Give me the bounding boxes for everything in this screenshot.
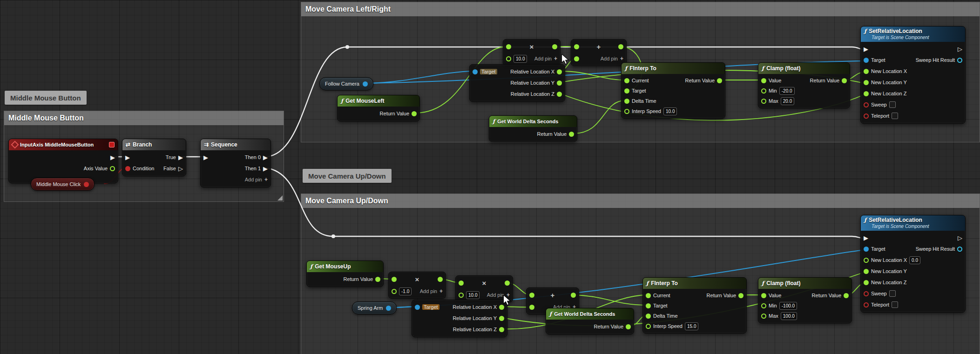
node-branch[interactable]: ⇄ Branch ▶ True▶ Condition False▷ — [122, 139, 186, 176]
node-header[interactable]: ƒ Clamp (float) — [758, 278, 852, 289]
exec-out-pin[interactable]: ▶ — [110, 154, 115, 160]
value-box[interactable]: -1.0 — [399, 287, 412, 295]
float-in-pin[interactable] — [529, 305, 534, 310]
variable-node-middle-mouse-click[interactable]: Middle Mouse Click — [31, 178, 95, 191]
float-out-pin[interactable] — [717, 78, 722, 83]
float-in-pin[interactable] — [624, 109, 629, 114]
add-pin-icon[interactable]: + — [554, 55, 557, 62]
node-get-world-delta-seconds-ud[interactable]: ƒ Get World Delta Seconds Return Value — [546, 308, 634, 334]
node-get-mouseleft[interactable]: ƒ Get MouseLeft Return Value — [337, 95, 420, 121]
node-header[interactable]: ƒ FInterp To — [643, 278, 746, 289]
exec-in-pin[interactable]: ▶ — [864, 46, 868, 52]
float-in-pin[interactable] — [761, 88, 766, 94]
add-pin-icon[interactable]: + — [264, 176, 268, 183]
float-in-pin[interactable] — [864, 91, 869, 96]
node-add-lr[interactable]: + Add pin+ — [571, 39, 627, 66]
float-in-pin[interactable] — [624, 88, 629, 94]
float-in-pin[interactable] — [646, 303, 651, 308]
node-get-world-delta-seconds-lr[interactable]: ƒ Get World Delta Seconds Return Value — [489, 115, 577, 142]
exec-out-pin[interactable]: ▶ — [263, 154, 268, 160]
value-box[interactable]: 0.0 — [909, 256, 920, 264]
node-header[interactable]: ƒ Clamp (float) — [758, 63, 850, 74]
bool-in-pin[interactable] — [864, 302, 869, 307]
value-box[interactable]: 20.0 — [781, 97, 794, 105]
add-pin-icon[interactable]: + — [439, 288, 443, 294]
float-in-pin[interactable] — [392, 277, 397, 282]
bool-in-pin[interactable] — [125, 166, 130, 171]
variable-node-follow-camera[interactable]: Follow Camera — [319, 77, 373, 90]
node-header[interactable]: ƒ Get World Delta Seconds — [546, 308, 634, 320]
bool-in-pin[interactable] — [864, 291, 869, 296]
add-pin-row[interactable]: Add pin+ — [201, 174, 270, 185]
node-set-relative-location-lr[interactable]: ƒSetRelativeLocation Target is Scene Com… — [860, 26, 966, 124]
struct-out-pin[interactable] — [957, 58, 962, 63]
node-header[interactable]: ƒSetRelativeLocation Target is Scene Com… — [861, 27, 965, 42]
comment-title[interactable]: Move Camera Left/Right — [301, 2, 980, 16]
float-in-pin[interactable] — [529, 293, 534, 298]
exec-out-pin[interactable]: ▶ — [263, 166, 268, 172]
float-in-pin[interactable] — [761, 314, 766, 319]
float-in-pin[interactable] — [864, 80, 869, 85]
add-pin-label[interactable]: Add pin — [245, 177, 262, 182]
add-pin-label[interactable]: Add pin — [601, 56, 618, 61]
float-out-pin[interactable] — [844, 293, 849, 298]
node-header[interactable]: ƒ Get World Delta Seconds — [489, 116, 577, 127]
float-in-pin[interactable] — [624, 99, 629, 104]
object-in-pin[interactable] — [864, 58, 869, 63]
float-in-pin[interactable] — [761, 293, 766, 298]
node-header[interactable]: InputAxis MiddleMouseButton — [9, 139, 118, 150]
float-in-pin[interactable] — [864, 69, 869, 74]
sweep-checkbox[interactable] — [889, 101, 896, 108]
node-set-relative-location-ud[interactable]: ƒSetRelativeLocation Target is Scene Com… — [860, 215, 966, 313]
exec-out-pin[interactable]: ▷ — [178, 166, 183, 172]
bool-out-pin[interactable] — [84, 182, 89, 187]
comment-resize-handle-icon[interactable] — [277, 195, 283, 200]
object-out-pin[interactable] — [386, 306, 391, 311]
bool-in-pin[interactable] — [864, 114, 869, 119]
value-box[interactable]: 15.0 — [685, 322, 698, 330]
float-out-pin[interactable] — [571, 293, 576, 298]
float-in-pin[interactable] — [761, 99, 766, 104]
teleport-checkbox[interactable] — [892, 113, 898, 119]
node-header[interactable]: ƒ FInterp To — [622, 63, 725, 74]
value-box[interactable]: -20.0 — [779, 87, 795, 95]
float-in-pin[interactable] — [574, 56, 579, 61]
float-in-pin[interactable] — [761, 78, 766, 83]
object-in-pin[interactable] — [473, 69, 478, 74]
float-in-pin[interactable] — [864, 280, 869, 285]
node-multiply-lr[interactable]: × 10.0 Add pin+ — [503, 39, 561, 66]
node-header[interactable]: ⇄ Branch — [122, 139, 186, 150]
add-pin-label[interactable]: Add pin — [487, 292, 504, 298]
node-finterp-to-ud[interactable]: ƒ FInterp To Current Return Value Target… — [642, 277, 747, 334]
add-pin-label[interactable]: Add pin — [534, 56, 552, 61]
float-out-pin[interactable] — [738, 293, 743, 298]
float-in-pin[interactable] — [506, 44, 511, 49]
node-get-relative-location-lr[interactable]: Target Relative Location X Relative Loca… — [469, 64, 565, 102]
exec-out-pin[interactable]: ▷ — [958, 46, 962, 52]
node-get-relative-location-ud[interactable]: Target Relative Location X Relative Loca… — [412, 300, 507, 337]
value-box[interactable]: 10.0 — [466, 291, 480, 299]
add-pin-label[interactable]: Add pin — [420, 288, 437, 294]
node-multiply-neg[interactable]: × -1.0 Add pin+ — [388, 272, 446, 299]
teleport-checkbox[interactable] — [892, 301, 898, 308]
node-sequence[interactable]: ⇉ Sequence ▶ Then 0▶ Then 1▶ Add pin+ — [200, 139, 271, 187]
float-in-pin[interactable] — [459, 281, 464, 286]
float-out-pin[interactable] — [499, 316, 504, 321]
node-get-mouseup[interactable]: ƒ Get MouseUp Return Value — [306, 260, 384, 287]
node-clamp-float-lr[interactable]: ƒ Clamp (float) Value Return Value Min-2… — [758, 62, 850, 108]
float-out-pin[interactable] — [557, 80, 562, 86]
struct-out-pin[interactable] — [957, 247, 962, 252]
float-in-pin[interactable] — [864, 258, 869, 263]
float-in-pin[interactable] — [761, 303, 766, 308]
float-out-pin[interactable] — [618, 44, 623, 49]
object-in-pin[interactable] — [864, 247, 869, 252]
float-in-pin[interactable] — [459, 293, 464, 298]
float-out-pin[interactable] — [557, 69, 562, 74]
bool-in-pin[interactable] — [864, 102, 869, 107]
node-clamp-float-ud[interactable]: ƒ Clamp (float) Value Return Value Min-1… — [758, 277, 852, 323]
value-box[interactable]: -100.0 — [779, 302, 797, 310]
float-out-pin[interactable] — [842, 78, 847, 83]
value-box[interactable]: 10.0 — [514, 55, 527, 63]
float-in-pin[interactable] — [864, 269, 869, 274]
value-box[interactable]: 10.0 — [663, 107, 677, 115]
